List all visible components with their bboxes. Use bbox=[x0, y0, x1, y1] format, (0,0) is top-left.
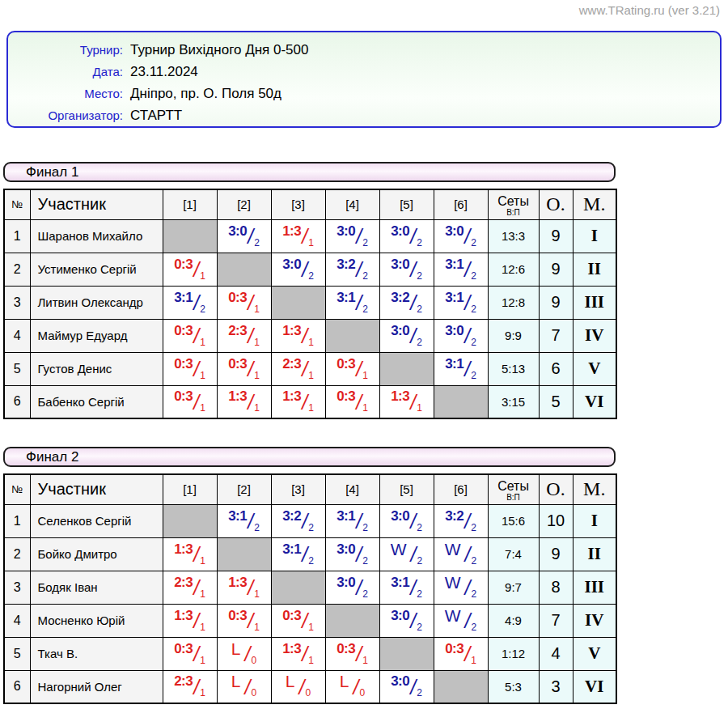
col-header-match: [4] bbox=[325, 474, 379, 504]
table-row: 6Бабенко Сергій0:3/11:3/11:3/10:3/11:3/1… bbox=[4, 385, 616, 418]
score-points: 1 bbox=[200, 622, 205, 633]
match-score: 3:0/2 bbox=[391, 325, 422, 346]
score-value: 0:3 bbox=[174, 323, 193, 339]
score-points: 1 bbox=[308, 655, 314, 666]
score-slash: / bbox=[356, 393, 362, 413]
match-result bbox=[434, 385, 488, 418]
sets-score: 9:7 bbox=[488, 571, 539, 604]
sets-header-sub: В:П bbox=[489, 493, 539, 502]
score-points: 2 bbox=[471, 304, 476, 315]
header-row: № Участник [1][2][3][4][5][6] Сеты В:П О… bbox=[4, 474, 616, 504]
score-slash: / bbox=[464, 644, 470, 664]
score-slash: / bbox=[356, 578, 362, 598]
match-result: W/2 bbox=[434, 571, 488, 604]
place-value: III bbox=[573, 571, 616, 604]
match-result: 3:2/2 bbox=[379, 286, 434, 319]
info-value: 23.11.2024 bbox=[130, 61, 198, 83]
score-slash: / bbox=[465, 545, 471, 565]
match-score: 0:3/1 bbox=[174, 259, 205, 279]
info-row: Турнир: Турнир Вихідного Дня 0-500 bbox=[8, 39, 720, 61]
match-result: 3:0/2 bbox=[379, 319, 434, 352]
participant-name: Ткач В. bbox=[30, 637, 163, 670]
match-score: 3:1/2 bbox=[391, 577, 422, 597]
table-row: 1Шаранов Михайло3:0/21:3/13:0/23:0/23:0/… bbox=[4, 219, 616, 253]
match-result: 1:3/1 bbox=[163, 537, 217, 571]
match-score: 1:3/1 bbox=[174, 610, 205, 630]
match-score: 2:3/1 bbox=[228, 325, 260, 346]
col-header-sets: Сеты В:П bbox=[488, 474, 539, 504]
score-value: 3:1 bbox=[445, 290, 463, 306]
match-result: 0:3/1 bbox=[217, 352, 271, 385]
score-points: 1 bbox=[200, 402, 205, 414]
participant-name: Маймур Едуард bbox=[30, 319, 163, 352]
score-slash: / bbox=[193, 293, 199, 313]
match-score: 0:3/1 bbox=[174, 643, 205, 664]
score-points: 2 bbox=[472, 622, 477, 633]
score-value: 3:1 bbox=[336, 290, 355, 306]
score-value: 3:0 bbox=[282, 257, 301, 273]
match-result: 3:0/2 bbox=[379, 504, 434, 537]
match-result: 0:3/1 bbox=[217, 604, 271, 637]
score-value: 3:0 bbox=[336, 575, 355, 591]
participant-name: Селенков Сергій bbox=[30, 504, 163, 537]
points-value: 5 bbox=[539, 385, 573, 418]
score-points: 1 bbox=[308, 237, 314, 248]
match-score: 3:0/2 bbox=[336, 544, 368, 564]
place-value: VI bbox=[573, 670, 616, 703]
score-points: 0 bbox=[359, 687, 365, 698]
match-result: 3:1/2 bbox=[379, 571, 434, 604]
match-score: 3:2/2 bbox=[391, 292, 422, 312]
match-score: 3:0/2 bbox=[336, 577, 368, 597]
match-result: 1:3/1 bbox=[271, 637, 325, 670]
match-score: 2:3/1 bbox=[282, 359, 314, 379]
match-result bbox=[434, 670, 488, 703]
score-points: 2 bbox=[308, 555, 314, 567]
score-slash: / bbox=[410, 260, 416, 280]
results-table: № Участник [1][2][3][4][5][6] Сеты В:П О… bbox=[3, 473, 617, 704]
match-result bbox=[325, 319, 379, 352]
score-slash: / bbox=[410, 611, 416, 631]
score-slash: / bbox=[465, 578, 471, 598]
header-row: № Участник [1][2][3][4][5][6] Сеты В:П О… bbox=[4, 189, 616, 219]
score-slash: / bbox=[248, 611, 253, 631]
sets-header-main: Сеты bbox=[489, 194, 539, 208]
match-score: 3:0/2 bbox=[336, 226, 368, 246]
score-value: 3:1 bbox=[228, 508, 247, 524]
points-value: 3 bbox=[539, 670, 573, 703]
match-result: 2:3/1 bbox=[163, 571, 217, 604]
match-result: 3:0/2 bbox=[325, 219, 379, 253]
match-score: 1:3/1 bbox=[282, 643, 314, 664]
info-row: Дата: 23.11.2024 bbox=[8, 61, 720, 83]
score-points: 2 bbox=[417, 555, 423, 567]
match-result: 3:1/2 bbox=[271, 537, 325, 571]
tournament-info-box: Турнир: Турнир Вихідного Дня 0-500 Дата:… bbox=[6, 31, 722, 128]
match-result: 3:0/2 bbox=[325, 537, 379, 571]
score-value: 3:0 bbox=[391, 323, 409, 339]
match-score: 3:0/2 bbox=[445, 226, 476, 246]
score-value: 1:3 bbox=[174, 608, 193, 624]
score-points: 1 bbox=[362, 370, 368, 381]
table-row: 3Бодяк Іван2:3/11:3/13:0/23:1/2W/29:78II… bbox=[4, 571, 616, 604]
participant-name: Нагорний Олег bbox=[30, 670, 163, 703]
sets-score: 12:8 bbox=[488, 286, 539, 319]
score-value: 3:0 bbox=[391, 223, 409, 240]
table-row: 6Нагорний Олег2:3/1L/0L/0L/03:0/25:33VI bbox=[4, 670, 616, 703]
match-result: 2:3/1 bbox=[163, 670, 217, 703]
sets-score: 5:3 bbox=[488, 670, 539, 703]
cell-number: 2 bbox=[4, 253, 30, 286]
cell-number: 6 bbox=[4, 670, 30, 703]
match-score: 0:3/1 bbox=[228, 359, 260, 379]
match-score: 3:2/2 bbox=[282, 511, 314, 531]
score-value: 3:2 bbox=[391, 290, 409, 306]
match-score: L/0 bbox=[231, 677, 256, 697]
tournament-sections: Финал 1 № Участник [1][2][3][4][5][6] Се… bbox=[0, 162, 728, 704]
table-row: 4Маймур Едуард0:3/12:3/11:3/13:0/23:0/29… bbox=[4, 319, 616, 352]
score-points: 1 bbox=[471, 655, 476, 666]
score-slash: / bbox=[248, 512, 253, 532]
score-slash: / bbox=[464, 260, 470, 280]
score-value: 1:3 bbox=[391, 388, 409, 405]
score-points: 1 bbox=[308, 402, 314, 414]
score-points: 1 bbox=[308, 622, 314, 633]
score-points: 1 bbox=[362, 402, 368, 414]
score-slash: / bbox=[193, 545, 199, 565]
